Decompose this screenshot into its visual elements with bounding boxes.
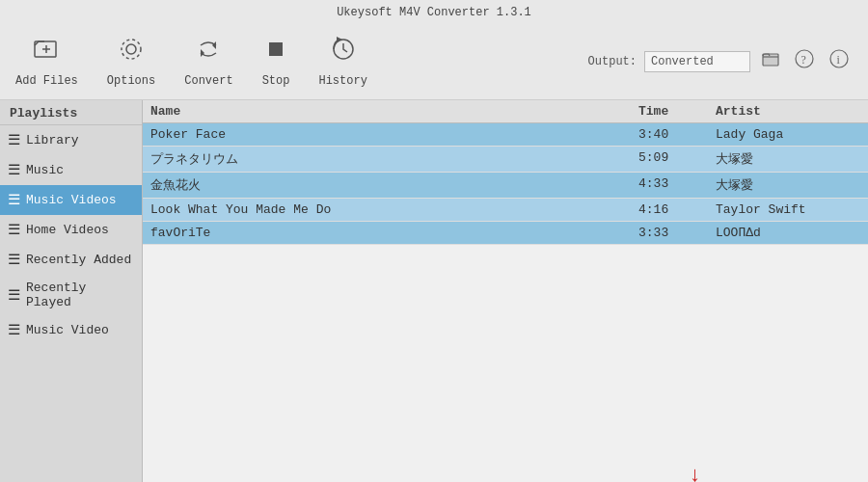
content-area: Name Time Artist Poker Face 3:40 Lady Ga… xyxy=(143,100,868,482)
table-row[interactable]: プラネタリウム 5:09 大塚愛 xyxy=(143,147,868,173)
info-button[interactable]: i xyxy=(826,47,853,75)
convert-label: Convert xyxy=(184,74,232,88)
svg-marker-9 xyxy=(337,37,342,42)
sidebar-item-home-videos[interactable]: ☰ Home Videos xyxy=(0,215,142,245)
main-area: Playlists ☰ Library ☰ Music ☰ Music Vide… xyxy=(0,100,868,482)
table-row[interactable]: favOriTe 3:33 LOOПΔd xyxy=(143,222,868,245)
sidebar-item-music-video[interactable]: ☰ Music Video xyxy=(0,315,142,345)
sidebar-label-music-videos: Music Videos xyxy=(26,193,117,207)
history-icon xyxy=(330,36,357,70)
row-time: 5:09 xyxy=(638,150,716,168)
row-time: 3:33 xyxy=(638,226,716,240)
title-bar: Ukeysoft M4V Converter 1.3.1 xyxy=(0,0,868,23)
sidebar-section-label: Playlists xyxy=(0,100,142,125)
folder-button[interactable] xyxy=(758,48,783,74)
table-header: Name Time Artist xyxy=(143,100,868,123)
file-table: Name Time Artist Poker Face 3:40 Lady Ga… xyxy=(143,100,868,482)
row-name: 金魚花火 xyxy=(150,176,638,194)
add-files-label: Add Files xyxy=(15,74,78,88)
output-label: Output: xyxy=(588,55,637,68)
sidebar-label-library: Library xyxy=(26,133,79,147)
row-artist: 大塚愛 xyxy=(716,150,860,168)
row-name: favOriTe xyxy=(150,226,638,240)
svg-point-4 xyxy=(122,40,141,59)
sidebar-label-recently-added: Recently Added xyxy=(26,253,131,267)
sidebar-item-music-videos[interactable]: ☰ Music Videos xyxy=(0,185,142,215)
sidebar-label-music-video: Music Video xyxy=(26,323,109,337)
stop-label: Stop xyxy=(262,74,290,88)
stop-button[interactable]: Stop xyxy=(262,36,290,88)
output-input[interactable] xyxy=(644,51,750,72)
row-time: 3:40 xyxy=(638,127,716,142)
options-icon xyxy=(118,36,145,70)
row-name: Look What You Made Me Do xyxy=(150,202,638,217)
toolbar: Add Files Options Convert Stop xyxy=(0,23,868,100)
home-videos-icon: ☰ xyxy=(8,221,20,239)
row-artist: Taylor Swift xyxy=(716,202,860,217)
history-label: History xyxy=(318,74,366,88)
recently-added-icon: ☰ xyxy=(8,251,20,269)
convert-button[interactable]: Convert xyxy=(184,36,232,88)
add-files-button[interactable]: Add Files xyxy=(15,36,78,88)
table-row[interactable]: 金魚花火 4:33 大塚愛 xyxy=(143,173,868,199)
svg-rect-7 xyxy=(269,42,283,56)
library-icon: ☰ xyxy=(8,131,20,149)
sidebar-item-library[interactable]: ☰ Library xyxy=(0,125,142,155)
convert-icon xyxy=(195,36,222,70)
table-row[interactable]: Poker Face 3:40 Lady Gaga xyxy=(143,123,868,147)
add-files-icon xyxy=(33,36,60,70)
recently-played-icon: ☰ xyxy=(8,286,20,305)
svg-text:i: i xyxy=(837,53,841,67)
sidebar-item-recently-played[interactable]: ☰ Recently Played xyxy=(0,275,142,315)
row-time: 4:16 xyxy=(638,202,716,217)
music-video-icon: ☰ xyxy=(8,321,20,339)
row-time: 4:33 xyxy=(638,176,716,194)
help-button[interactable]: ? xyxy=(791,47,818,75)
row-name: プラネタリウム xyxy=(150,150,638,168)
sidebar: Playlists ☰ Library ☰ Music ☰ Music Vide… xyxy=(0,100,143,482)
col-artist: Artist xyxy=(716,104,860,119)
options-label: Options xyxy=(107,74,155,88)
sidebar-item-recently-added[interactable]: ☰ Recently Added xyxy=(0,245,142,275)
svg-rect-10 xyxy=(763,54,778,66)
window-title: Ukeysoft M4V Converter 1.3.1 xyxy=(337,6,531,19)
col-name: Name xyxy=(150,104,638,119)
music-icon: ☰ xyxy=(8,161,20,179)
output-section: Output: ? i xyxy=(588,47,853,75)
sidebar-label-recently-played: Recently Played xyxy=(26,281,134,309)
sidebar-label-home-videos: Home Videos xyxy=(26,223,109,237)
sidebar-label-music: Music xyxy=(26,163,64,177)
row-artist: 大塚愛 xyxy=(716,176,860,194)
table-row[interactable]: Look What You Made Me Do 4:16 Taylor Swi… xyxy=(143,199,868,222)
row-name: Poker Face xyxy=(150,127,638,142)
history-button[interactable]: History xyxy=(318,36,366,88)
svg-text:?: ? xyxy=(801,53,806,67)
row-artist: LOOПΔd xyxy=(716,226,860,240)
music-videos-icon: ☰ xyxy=(8,191,20,209)
stop-icon xyxy=(262,36,289,70)
options-button[interactable]: Options xyxy=(107,36,155,88)
col-time: Time xyxy=(638,104,716,119)
row-artist: Lady Gaga xyxy=(716,127,860,142)
svg-point-3 xyxy=(126,44,136,54)
sidebar-item-music[interactable]: ☰ Music xyxy=(0,155,142,185)
